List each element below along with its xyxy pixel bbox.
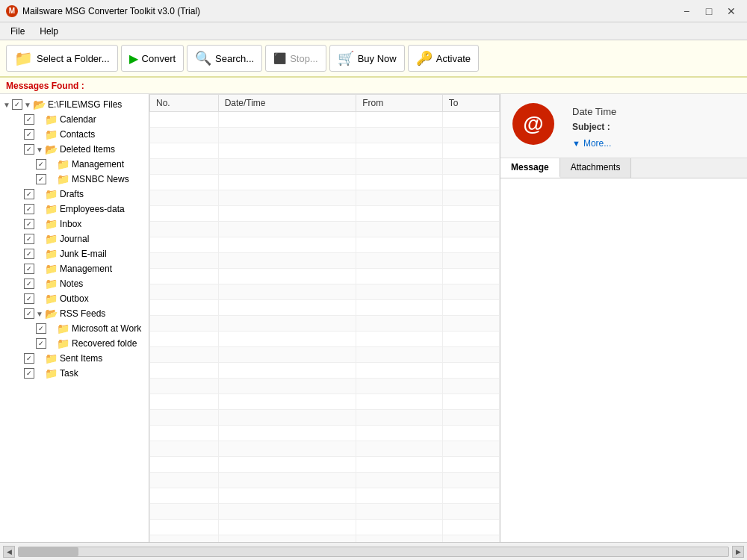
table-row[interactable] <box>150 379 500 394</box>
search-button[interactable]: 🔍 Search... <box>187 45 262 72</box>
tree-item-journal[interactable]: 📁Journal <box>0 231 149 246</box>
table-row[interactable] <box>150 143 500 159</box>
stop-icon: ⬛ <box>273 52 286 64</box>
folder-icon-management-sub: 📁 <box>57 158 69 170</box>
tree-item-sent-items[interactable]: 📁Sent Items <box>0 351 149 366</box>
checkbox-junk-email[interactable] <box>24 249 34 259</box>
col-no: No. <box>150 95 219 112</box>
table-cell <box>218 143 356 159</box>
preview-more-button[interactable]: ▼ More... <box>572 138 616 149</box>
close-button[interactable]: ✕ <box>722 4 741 19</box>
table-row[interactable] <box>150 159 500 175</box>
table-cell <box>442 237 499 253</box>
tree-item-recovered-folder[interactable]: 📁Recovered folde <box>0 336 149 351</box>
checkbox-employees-data[interactable] <box>24 204 34 214</box>
table-row[interactable] <box>150 457 500 473</box>
table-row[interactable] <box>150 175 500 190</box>
tree-item-rss-feeds[interactable]: ▼📂RSS Feeds <box>0 306 149 321</box>
horizontal-scrollbar[interactable] <box>18 547 729 557</box>
table-row[interactable] <box>150 394 500 410</box>
tree-root[interactable]: ▼ ▼ 📂 E:\FILE\MSG Files <box>0 97 149 112</box>
table-row[interactable] <box>150 473 500 488</box>
table-row[interactable] <box>150 347 500 363</box>
table-row[interactable] <box>150 206 500 222</box>
table-row[interactable] <box>150 535 500 543</box>
checkbox-management[interactable] <box>24 264 34 274</box>
tree-item-deleted-items[interactable]: ▼📂Deleted Items <box>0 142 149 157</box>
checkbox-calendar[interactable] <box>24 114 34 125</box>
tree-item-outbox[interactable]: 📁Outbox <box>0 291 149 306</box>
root-checkbox[interactable] <box>12 99 22 110</box>
table-row[interactable] <box>150 253 500 269</box>
tree-item-management[interactable]: 📁Management <box>0 261 149 276</box>
buy-now-button[interactable]: 🛒 Buy Now <box>329 45 405 72</box>
tree-item-msnbc-news[interactable]: 📁MSNBC News <box>0 172 149 187</box>
table-cell <box>218 253 356 269</box>
minimize-button[interactable]: − <box>677 4 696 19</box>
checkbox-recovered-folder[interactable] <box>36 338 46 349</box>
table-row[interactable] <box>150 284 500 300</box>
tree-item-drafts[interactable]: 📁Drafts <box>0 187 149 202</box>
checkbox-outbox[interactable] <box>24 293 34 304</box>
tree-item-junk-email[interactable]: 📁Junk E-mail <box>0 246 149 261</box>
table-row[interactable] <box>150 237 500 253</box>
root-expand-icon: ▼ <box>3 101 12 109</box>
table-panel[interactable]: No. Date/Time From To <box>149 94 500 542</box>
table-row[interactable] <box>150 504 500 520</box>
tree-item-inbox[interactable]: 📁Inbox <box>0 217 149 231</box>
convert-button[interactable]: ▶ Convert <box>121 45 185 72</box>
scroll-right-button[interactable]: ▶ <box>732 546 744 558</box>
tree-item-microsoft-work[interactable]: 📁Microsoft at Work <box>0 321 149 336</box>
checkbox-deleted-items[interactable] <box>24 144 34 155</box>
table-row[interactable] <box>150 520 500 535</box>
checkbox-journal[interactable] <box>24 234 34 244</box>
table-row[interactable] <box>150 316 500 332</box>
tab-attachments[interactable]: Attachments <box>560 158 632 178</box>
checkbox-inbox[interactable] <box>24 219 34 229</box>
checkbox-sent-items[interactable] <box>24 353 34 364</box>
table-cell <box>218 222 356 237</box>
table-row[interactable] <box>150 128 500 143</box>
tree-label-microsoft-work: Microsoft at Work <box>72 323 141 334</box>
checkbox-rss-feeds[interactable] <box>24 308 34 319</box>
select-folder-button[interactable]: 📁 Select a Folder... <box>6 45 118 72</box>
table-row[interactable] <box>150 112 500 128</box>
tree-item-calendar[interactable]: 📁Calendar <box>0 112 149 127</box>
checkbox-task[interactable] <box>24 368 34 379</box>
maximize-button[interactable]: □ <box>699 4 719 19</box>
table-row[interactable] <box>150 410 500 426</box>
checkbox-msnbc-news[interactable] <box>36 174 46 184</box>
table-row[interactable] <box>150 441 500 457</box>
table-cell <box>442 175 499 190</box>
tree-item-task[interactable]: 📁Task <box>0 366 149 381</box>
activate-button[interactable]: 🔑 Activate <box>408 45 479 72</box>
scroll-thumb[interactable] <box>19 547 78 556</box>
checkbox-contacts[interactable] <box>24 129 34 140</box>
table-cell <box>218 488 356 504</box>
tree-item-employees-data[interactable]: 📁Employees-data <box>0 202 149 217</box>
tree-item-contacts[interactable]: 📁Contacts <box>0 127 149 142</box>
tree-item-notes[interactable]: 📁Notes <box>0 276 149 291</box>
table-row[interactable] <box>150 426 500 441</box>
table-row[interactable] <box>150 190 500 206</box>
table-row[interactable] <box>150 488 500 504</box>
table-row[interactable] <box>150 332 500 347</box>
scroll-left-button[interactable]: ◀ <box>3 546 15 558</box>
table-cell <box>150 284 219 300</box>
table-cell <box>150 535 219 543</box>
checkbox-notes[interactable] <box>24 279 34 289</box>
table-cell <box>218 237 356 253</box>
menu-help[interactable]: Help <box>32 25 66 38</box>
checkbox-microsoft-work[interactable] <box>36 323 46 334</box>
table-row[interactable] <box>150 269 500 284</box>
table-cell <box>442 190 499 206</box>
checkbox-drafts[interactable] <box>24 189 34 199</box>
checkbox-management-sub[interactable] <box>36 159 46 169</box>
menu-file[interactable]: File <box>3 25 32 38</box>
table-row[interactable] <box>150 222 500 237</box>
table-row[interactable] <box>150 300 500 316</box>
tab-message[interactable]: Message <box>500 158 560 178</box>
tree-item-management-sub[interactable]: 📁Management <box>0 157 149 172</box>
stop-button[interactable]: ⬛ Stop... <box>265 45 326 72</box>
table-row[interactable] <box>150 363 500 379</box>
